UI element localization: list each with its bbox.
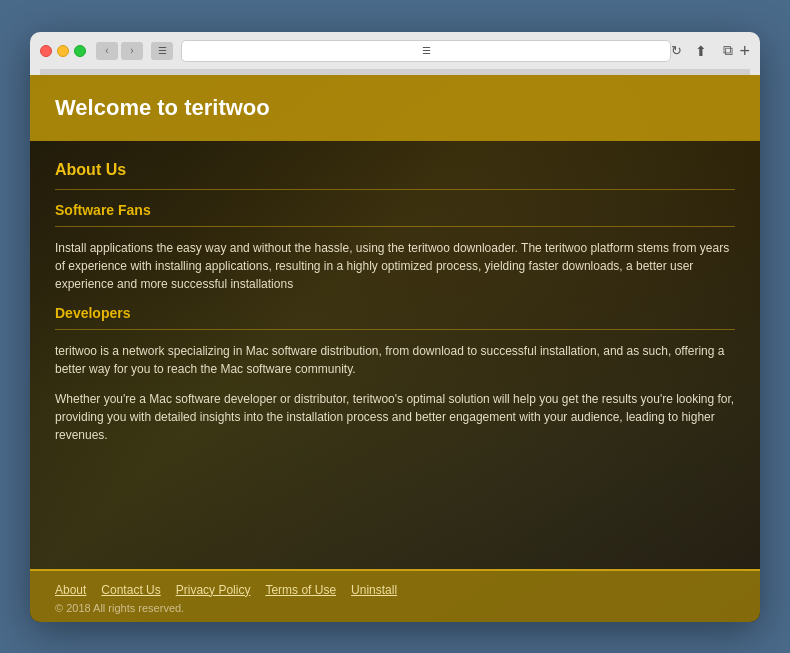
footer-copyright: © 2018 All rights reserved. — [55, 602, 735, 614]
divider-1 — [55, 189, 735, 190]
footer-link-about[interactable]: About — [55, 583, 86, 597]
footer-link-uninstall[interactable]: Uninstall — [351, 583, 397, 597]
divider-2 — [55, 226, 735, 227]
maximize-button[interactable] — [74, 45, 86, 57]
browser-titlebar: ‹ › ☰ ☰ ↻ ⬆ ⧉ + — [40, 40, 750, 62]
reload-button[interactable]: ↻ — [671, 43, 682, 58]
back-button[interactable]: ‹ — [96, 42, 118, 60]
close-button[interactable] — [40, 45, 52, 57]
address-bar-text: ☰ — [422, 45, 431, 56]
share-button[interactable]: ⬆ — [690, 42, 712, 60]
website-content: Welcome to teritwoo About Us Software Fa… — [30, 75, 760, 622]
developers-heading: Developers — [55, 305, 735, 321]
footer-link-privacy[interactable]: Privacy Policy — [176, 583, 251, 597]
developers-body-1: teritwoo is a network specializing in Ma… — [55, 342, 735, 378]
developers-body-2: Whether you're a Mac software developer … — [55, 390, 735, 444]
footer-link-terms[interactable]: Terms of Use — [265, 583, 336, 597]
software-fans-heading: Software Fans — [55, 202, 735, 218]
software-fans-body: Install applications the easy way and wi… — [55, 239, 735, 293]
nav-buttons: ‹ › — [96, 42, 143, 60]
reader-button[interactable]: ☰ — [151, 42, 173, 60]
minimize-button[interactable] — [57, 45, 69, 57]
content-area: About Us Software Fans Install applicati… — [30, 141, 760, 476]
site-header: Welcome to teritwoo — [30, 75, 760, 141]
main-content: About Us Software Fans Install applicati… — [30, 141, 760, 569]
browser-window: ‹ › ☰ ☰ ↻ ⬆ ⧉ + Welcome to teritwoo — [30, 32, 760, 622]
site-footer: About Contact Us Privacy Policy Terms of… — [30, 569, 760, 622]
divider-3 — [55, 329, 735, 330]
forward-button[interactable]: › — [121, 42, 143, 60]
traffic-lights — [40, 45, 86, 57]
address-bar[interactable]: ☰ — [181, 40, 671, 62]
footer-links: About Contact Us Privacy Policy Terms of… — [55, 583, 735, 597]
site-title: Welcome to teritwoo — [55, 95, 735, 121]
tabs-button[interactable]: ⧉ — [717, 42, 739, 60]
about-us-heading: About Us — [55, 161, 735, 179]
browser-chrome: ‹ › ☰ ☰ ↻ ⬆ ⧉ + — [30, 32, 760, 75]
new-tab-button[interactable]: + — [739, 42, 750, 60]
footer-link-contact[interactable]: Contact Us — [101, 583, 160, 597]
toolbar-right: ⬆ ⧉ — [690, 42, 739, 60]
